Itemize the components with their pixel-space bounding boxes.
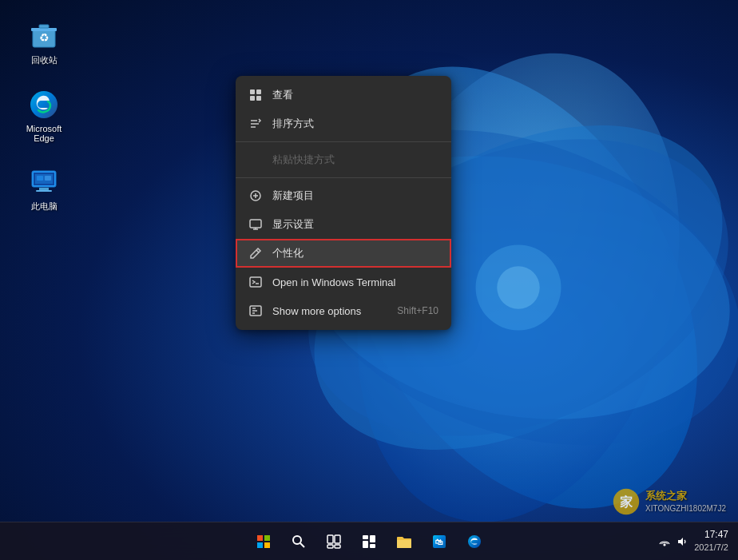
system-clock[interactable]: 17:47 2021/7/2 [694,528,728,554]
watermark-brand: 系统之家 [645,490,726,503]
svg-rect-50 [327,545,333,548]
menu-item-display[interactable]: 显示设置 [236,210,451,239]
paste-icon [248,153,263,167]
svg-point-58 [468,535,481,548]
store-button[interactable]: 🛍 [423,526,455,558]
svg-line-33 [256,250,259,252]
menu-item-paste-label: 粘贴快捷方式 [272,153,335,167]
svg-rect-30 [250,220,261,228]
svg-rect-48 [327,535,333,543]
svg-point-7 [497,266,539,308]
recycle-bin-label: 回收站 [31,54,58,66]
menu-item-view[interactable]: 查看 [236,81,451,109]
svg-rect-53 [370,535,375,542]
menu-item-more-options[interactable]: Show more options Shift+F10 [236,296,451,325]
menu-item-new-label: 新建项目 [272,189,314,203]
taskbar: 🛍 [0,522,738,560]
context-menu: 查看 排序方式 粘贴快捷方式 [236,76,451,330]
svg-rect-19 [45,176,51,181]
svg-rect-10 [39,25,49,28]
svg-rect-16 [36,190,52,192]
svg-point-46 [293,536,301,544]
desktop-icon-area: ♻ 回收站 [16,16,72,216]
svg-rect-18 [37,176,43,181]
taskbar-center: 🛍 [248,526,490,558]
watermark-text-area: 系统之家 XITONGZHI1802M7J2 [645,490,726,514]
network-icon [659,536,670,547]
svg-rect-52 [363,535,368,539]
svg-rect-23 [256,96,261,101]
svg-text:♻: ♻ [39,31,50,44]
widgets-button[interactable] [353,526,385,558]
desktop: ♻ 回收站 [0,0,738,560]
menu-item-terminal[interactable]: Open in Windows Terminal [236,268,451,296]
svg-rect-49 [335,535,340,543]
taskbar-tray: 17:47 2021/7/2 [659,528,728,554]
view-icon [248,88,263,102]
this-pc-label: 此电脑 [31,201,58,212]
menu-item-new[interactable]: 新建项目 [236,181,451,210]
svg-point-12 [30,91,58,118]
clock-time: 17:47 [694,528,728,542]
edge-label: Microsoft Edge [19,124,69,143]
menu-item-sort-label: 排序方式 [272,117,314,131]
svg-rect-55 [370,544,375,548]
more-icon [248,304,263,318]
svg-text:🛍: 🛍 [435,538,443,546]
svg-rect-51 [335,545,340,548]
edge-taskbar-button[interactable] [458,526,490,558]
volume-icon [676,536,688,547]
menu-item-display-label: 显示设置 [272,217,314,232]
menu-item-personalize-label: 个性化 [272,246,304,260]
menu-item-sort[interactable]: 排序方式 [236,109,451,138]
menu-divider-1 [236,141,451,142]
this-pc-image [28,165,60,197]
start-button[interactable] [248,526,280,558]
more-options-shortcut: Shift+F10 [397,305,438,316]
watermark-logo: 家 [612,487,641,516]
svg-rect-15 [39,188,49,190]
svg-rect-21 [256,89,261,94]
search-button[interactable] [283,526,315,558]
svg-rect-22 [250,96,255,101]
terminal-icon [248,275,263,289]
svg-rect-54 [363,541,368,548]
watermark-id: XITONGZHI1802M7J2 [645,503,726,514]
task-view-button[interactable] [318,526,350,558]
file-explorer-button[interactable] [388,526,420,558]
menu-item-personalize[interactable]: 个性化 [236,239,451,268]
edge-image [28,89,60,121]
menu-divider-2 [236,177,451,178]
menu-item-terminal-label: Open in Windows Terminal [272,276,395,288]
recycle-bin-icon[interactable]: ♻ 回收站 [16,16,72,70]
svg-rect-45 [264,542,270,548]
menu-item-paste-shortcut[interactable]: 粘贴快捷方式 [236,145,451,174]
this-pc-icon[interactable]: 此电脑 [16,162,72,216]
recycle-bin-image: ♻ [28,19,60,51]
svg-rect-20 [250,89,255,94]
clock-date: 2021/7/2 [694,542,728,554]
pencil-icon [248,246,263,260]
display-icon [248,217,263,232]
sort-icon [248,117,263,131]
svg-rect-43 [264,535,270,541]
svg-rect-42 [257,535,263,541]
new-icon [248,189,263,203]
svg-line-47 [300,543,304,547]
svg-rect-44 [257,542,263,548]
svg-point-59 [664,544,665,546]
menu-item-view-label: 查看 [272,88,293,102]
watermark: 家 系统之家 XITONGZHI1802M7J2 [612,487,726,516]
svg-text:家: 家 [620,494,633,510]
menu-item-more-label: Show more options [272,305,361,317]
edge-icon[interactable]: Microsoft Edge [16,85,72,146]
